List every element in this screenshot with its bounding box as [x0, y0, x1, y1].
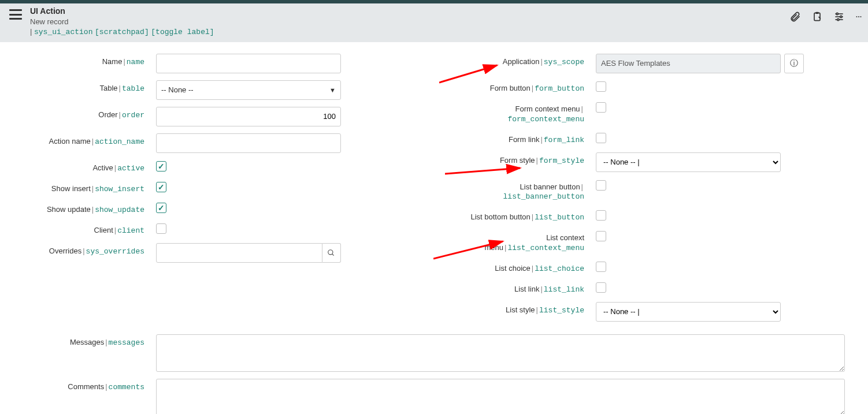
search-icon	[327, 249, 335, 257]
attachment-icon[interactable]	[789, 11, 801, 23]
label-list-style: List style|list_style	[446, 302, 596, 316]
svg-rect-1	[816, 12, 819, 14]
form-style-select[interactable]: -- None -- |	[596, 152, 781, 172]
svg-point-11	[328, 249, 333, 254]
svg-point-7	[837, 18, 839, 20]
application-field: AES Flow Templates	[596, 54, 781, 73]
overrides-input[interactable]	[156, 243, 322, 263]
label-name: Name|name	[23, 54, 156, 68]
label-form-link: Form link|form_link	[446, 132, 596, 146]
page-title: UI Action	[30, 6, 214, 17]
label-overrides: Overrides|sys_overrides	[23, 243, 156, 257]
chevron-down-icon: ▼	[329, 87, 336, 94]
left-column: Name|name Table|table -- None -- ▼	[23, 54, 422, 329]
menu-icon[interactable]	[9, 9, 22, 20]
svg-point-5	[836, 13, 838, 14]
header-actions	[789, 8, 862, 25]
label-order: Order|order	[23, 107, 156, 121]
label-list-context-menu: List context menu|list_context_menu	[446, 230, 596, 253]
record-path: | sys_ui_action [scratchpad] [toggle lab…	[30, 27, 214, 38]
client-checkbox[interactable]	[156, 223, 166, 234]
label-list-bottom-button: List bottom button|list_button	[446, 209, 596, 223]
label-application: Application|sys_scope	[446, 54, 596, 68]
svg-point-10	[860, 16, 862, 17]
list-banner-button-checkbox[interactable]	[596, 180, 606, 191]
svg-point-9	[858, 16, 859, 17]
form-link-checkbox[interactable]	[596, 133, 606, 143]
label-list-banner-button: List banner button|list_banner_button	[446, 179, 596, 203]
more-icon[interactable]	[855, 11, 862, 23]
label-list-choice: List choice|list_choice	[446, 260, 596, 274]
form-button-checkbox[interactable]	[596, 81, 606, 92]
label-active: Active|active	[23, 160, 156, 174]
bottom-section: Messages|messages Comments|comments	[23, 334, 845, 414]
label-client: Client|client	[23, 222, 156, 236]
record-state: New record	[30, 17, 214, 27]
list-link-checkbox[interactable]	[596, 282, 606, 293]
label-table: Table|table	[23, 80, 156, 94]
active-checkbox[interactable]	[156, 161, 166, 171]
label-action-name: Action name|action_name	[23, 133, 156, 147]
show-update-checkbox[interactable]	[156, 203, 166, 213]
right-column: Application|sys_scope AES Flow Templates…	[446, 54, 845, 329]
form-context-menu-checkbox[interactable]	[596, 102, 606, 113]
application-info-button[interactable]	[784, 54, 804, 73]
table-select[interactable]: -- None -- ▼	[156, 80, 341, 100]
svg-line-12	[332, 253, 334, 255]
label-messages: Messages|messages	[23, 334, 156, 348]
sys-class-name: sys_ui_action	[34, 28, 92, 36]
comments-textarea[interactable]	[156, 379, 845, 414]
action-name-input[interactable]	[156, 133, 341, 153]
label-list-link: List link|list_link	[446, 281, 596, 295]
name-input[interactable]	[156, 54, 341, 73]
clipboard-icon[interactable]	[811, 11, 823, 23]
list-context-menu-checkbox[interactable]	[596, 231, 606, 241]
label-show-insert: Show insert|show_insert	[23, 181, 156, 195]
label-form-context-menu: Form context menu|form_context_menu	[446, 101, 596, 125]
list-choice-checkbox[interactable]	[596, 262, 606, 272]
form-header: UI Action New record | sys_ui_action [sc…	[0, 3, 868, 42]
label-form-style: Form style|form_style	[446, 152, 596, 166]
scratchpad-link[interactable]: [scratchpad]	[95, 28, 149, 36]
settings-sliders-icon[interactable]	[833, 11, 845, 23]
form-body: Name|name Table|table -- None -- ▼	[0, 42, 868, 414]
label-form-button: Form button|form_button	[446, 80, 596, 94]
label-show-update: Show update|show_update	[23, 202, 156, 215]
svg-point-6	[840, 16, 842, 17]
svg-point-8	[856, 16, 858, 17]
show-insert-checkbox[interactable]	[156, 182, 166, 192]
overrides-lookup-button[interactable]	[322, 243, 341, 263]
list-style-select[interactable]: -- None -- |	[596, 302, 781, 322]
toggle-label-link[interactable]: [toggle label]	[151, 28, 214, 36]
messages-textarea[interactable]	[156, 334, 845, 372]
label-comments: Comments|comments	[23, 379, 156, 393]
order-input[interactable]	[156, 107, 341, 126]
list-bottom-button-checkbox[interactable]	[596, 210, 606, 221]
